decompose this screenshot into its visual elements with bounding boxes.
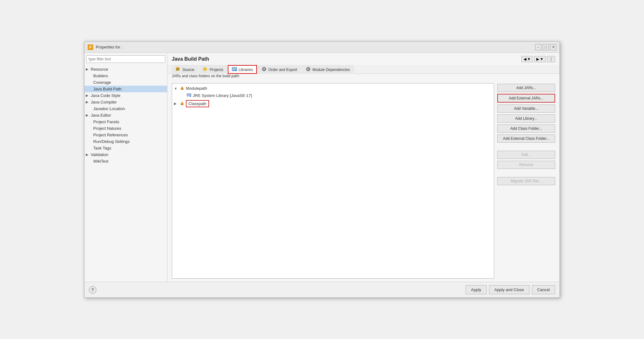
apply-button[interactable]: Apply (466, 285, 487, 294)
add-external-jars-button[interactable]: Add External JARs... (497, 94, 555, 103)
sidebar-item-task-tags[interactable]: Task Tags (84, 145, 167, 151)
sidebar-item-label-java-code-style: Java Code Style (91, 93, 120, 98)
tree-item-label-modulepath: Modulepath (186, 86, 207, 91)
sidebar-item-resource[interactable]: ▶ Resource (84, 66, 167, 73)
sidebar-item-label-resource: Resource (91, 67, 108, 72)
sidebar-item-label-project-references: Project References (93, 133, 128, 137)
svg-rect-21 (187, 96, 190, 97)
back-arrow-icon: ◀ (524, 57, 526, 61)
tabs-bar: Source Projects (167, 65, 560, 74)
tab-projects[interactable]: Projects (199, 65, 227, 74)
svg-text:P: P (89, 46, 92, 49)
sidebar-item-run-debug-settings[interactable]: Run/Debug Settings (84, 138, 167, 145)
svg-rect-20 (187, 95, 191, 96)
dialog-title: Properties for : (96, 45, 122, 49)
edit-button[interactable]: Edit... (497, 151, 555, 159)
minimize-button[interactable]: − (535, 44, 541, 50)
svg-rect-10 (232, 68, 237, 68)
sidebar-item-label-javadoc-location: Javadoc Location (93, 106, 125, 111)
expand-arrow-java-code-style: ▶ (86, 94, 89, 98)
tab-libraries-label: Libraries (238, 68, 253, 72)
app-icon: P (88, 44, 93, 50)
svg-rect-6 (176, 70, 178, 71)
sidebar: ▶ Resource Builders Coverage Java Build … (84, 53, 167, 282)
add-jars-button[interactable]: Add JARs... (497, 84, 555, 92)
add-class-folder-button[interactable]: Add Class Folder... (497, 124, 555, 133)
tree-item-label-classpath: Classpath (186, 100, 209, 107)
tab-libraries[interactable]: Libraries (228, 65, 257, 74)
bottom-bar: ? Apply Apply and Close Cancel (84, 282, 560, 297)
svg-rect-12 (232, 70, 235, 70)
libraries-tab-icon (232, 67, 237, 72)
svg-rect-11 (232, 69, 237, 69)
svg-rect-3 (176, 67, 179, 68)
sidebar-item-label-java-build-path: Java Build Path (93, 87, 121, 91)
tree-item-modulepath[interactable]: ▼ Modulepath (172, 85, 494, 92)
page-title: Java Build Path (172, 56, 209, 62)
jre-library-icon (187, 93, 192, 98)
maximize-button[interactable]: □ (543, 44, 549, 50)
sidebar-item-java-code-style[interactable]: ▶ Java Code Style (84, 92, 167, 99)
svg-rect-8 (204, 67, 206, 68)
sidebar-item-coverage[interactable]: Coverage (84, 79, 167, 86)
forward-button[interactable]: ▶ ▼ (534, 56, 546, 62)
sidebar-item-project-facets[interactable]: Project Facets (84, 119, 167, 125)
sidebar-item-java-compiler[interactable]: ▶ Java Compiler (84, 99, 167, 105)
tree-item-label-jre-system-library: JRE System Library [JavaSE-17] (193, 93, 252, 98)
add-library-button[interactable]: Add Library... (497, 114, 555, 123)
sidebar-item-project-references[interactable]: Project References (84, 132, 167, 138)
forward-arrow-dropdown-icon: ▼ (540, 57, 544, 61)
bottom-left: ? (89, 286, 96, 294)
tab-order-export-label: Order and Export (268, 68, 297, 72)
right-buttons-panel: Add JARs... Add External JARs... Add Var… (497, 83, 555, 279)
close-button[interactable]: ✕ (550, 44, 556, 50)
back-button[interactable]: ◀ ▼ (521, 56, 533, 62)
modulepath-icon (180, 86, 185, 91)
bottom-right: Apply Apply and Close Cancel (466, 285, 555, 294)
sidebar-item-validation[interactable]: ▶ Validation (84, 151, 167, 158)
sidebar-item-label-java-editor: Java Editor (91, 113, 111, 118)
sidebar-item-java-editor[interactable]: ▶ Java Editor (84, 112, 167, 119)
sidebar-item-label-run-debug-settings: Run/Debug Settings (93, 139, 130, 144)
sidebar-item-javadoc-location[interactable]: Javadoc Location (84, 105, 167, 112)
sidebar-item-label-task-tags: Task Tags (93, 146, 111, 150)
apply-close-button[interactable]: Apply and Close (489, 285, 529, 294)
tab-projects-label: Projects (210, 68, 223, 72)
migrate-jar-button[interactable]: Migrate JAR File... (497, 177, 555, 185)
projects-tab-icon (203, 67, 208, 72)
sidebar-item-java-build-path[interactable]: Java Build Path (84, 86, 167, 92)
add-external-class-folder-button[interactable]: Add External Class Folder... (497, 134, 555, 143)
content-area: ▼ Modulepath (167, 80, 560, 282)
svg-rect-4 (176, 68, 179, 69)
svg-point-14 (263, 68, 265, 70)
cancel-button[interactable]: Cancel (532, 285, 555, 294)
add-variable-button[interactable]: Add Variable... (497, 104, 555, 113)
description-text: JARs and class folders on the build path… (167, 74, 560, 80)
filter-input[interactable] (86, 55, 165, 63)
sidebar-item-builders[interactable]: Builders (84, 73, 167, 79)
build-path-tree[interactable]: ▼ Modulepath (172, 83, 494, 279)
title-bar-left: P Properties for : (88, 44, 122, 50)
help-button[interactable]: ? (89, 286, 96, 294)
svg-rect-22 (181, 104, 183, 105)
module-dependencies-tab-icon (306, 67, 311, 72)
sidebar-item-project-natures[interactable]: Project Natures (84, 125, 167, 132)
tab-source-label: Source (182, 68, 194, 72)
tree-item-classpath[interactable]: ▶ Classpath (172, 99, 494, 108)
sidebar-item-wikitext[interactable]: WikiText (84, 158, 167, 164)
back-arrow-dropdown-icon: ▼ (527, 57, 531, 61)
svg-rect-7 (203, 68, 207, 71)
main-content: Java Build Path ◀ ▼ ▶ ▼ ⋮ (167, 53, 560, 282)
title-bar: P Properties for : − □ ✕ (84, 42, 560, 53)
sidebar-item-label-project-natures: Project Natures (93, 126, 121, 131)
remove-button[interactable]: Remove (497, 161, 555, 169)
tab-module-dependencies[interactable]: Module Dependencies (302, 65, 354, 74)
tab-order-export[interactable]: Order and Export (258, 65, 301, 74)
kebab-menu-icon: ⋮ (549, 57, 553, 61)
menu-button[interactable]: ⋮ (547, 56, 555, 62)
tab-source[interactable]: Source (172, 65, 198, 74)
main-header: Java Build Path ◀ ▼ ▶ ▼ ⋮ (167, 53, 560, 65)
tree-item-jre-system-library[interactable]: JRE System Library [JavaSE-17] (172, 92, 494, 99)
properties-dialog: P Properties for : − □ ✕ ▶ Resource (84, 41, 560, 298)
classpath-icon (180, 101, 185, 106)
